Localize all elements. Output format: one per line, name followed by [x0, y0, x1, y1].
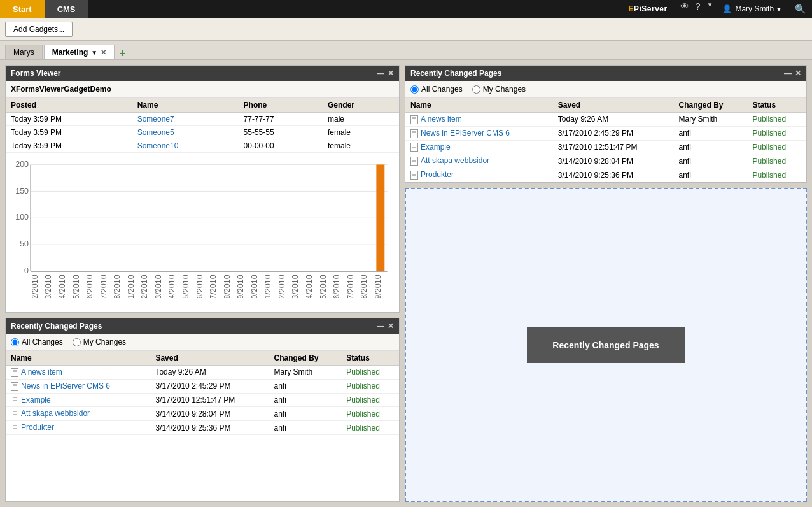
cell-name[interactable]: Example — [405, 140, 553, 154]
tab-marys[interactable]: Marys — [5, 45, 43, 59]
left-column: Forms Viewer — ✕ XFormsViewerGadgetDemo … — [5, 65, 400, 502]
username-label: Mary Smith — [735, 4, 774, 13]
table-row: Today 3:59 PM Someone10 00-00-00 female — [6, 139, 399, 153]
cell-phone: 55-55-55 — [239, 126, 323, 139]
rct-col-status: Status — [747, 98, 806, 113]
table-row: Att skapa webbsidor 3/14/2010 9:28:04 PM… — [405, 154, 806, 168]
cell-changedby: anfi — [269, 407, 341, 421]
svg-text:3/2/2010: 3/2/2010 — [140, 275, 149, 298]
cell-status: Published — [747, 154, 806, 168]
cell-name[interactable]: Produkter — [405, 168, 553, 182]
rcb-col-saved: Saved — [150, 351, 269, 366]
recently-changed-bottom-minimize-btn[interactable]: — — [377, 322, 384, 331]
svg-text:3/8/2010: 3/8/2010 — [223, 275, 232, 298]
recently-changed-bottom-panel: Recently Changed Pages — ✕ All Changes M… — [5, 318, 400, 502]
recently-changed-top-panel: Recently Changed Pages — ✕ All Changes M… — [405, 65, 807, 183]
rcb-col-name: Name — [6, 351, 150, 366]
tab-marketing-dropdown-icon[interactable]: ▼ — [91, 49, 97, 56]
forms-viewer-header: Forms Viewer — ✕ — [6, 66, 399, 81]
forms-viewer-demo-label: XFormsViewerGadgetDemo — [6, 81, 399, 98]
svg-text:3/11/2010: 3/11/2010 — [263, 275, 272, 298]
cell-name[interactable]: News in EPiServer CMS 6 — [405, 126, 553, 140]
forms-viewer-minimize-btn[interactable]: — — [377, 69, 384, 78]
radio-all-changes-top[interactable]: All Changes — [410, 85, 463, 94]
add-tab-button[interactable]: + — [116, 48, 129, 59]
col-phone: Phone — [239, 98, 323, 113]
svg-text:3/17/2010: 3/17/2010 — [346, 275, 355, 298]
search-icon[interactable]: 🔍 — [788, 0, 812, 18]
forms-viewer-title: Forms Viewer — [11, 69, 374, 78]
radio-my-changes-top[interactable]: My Changes — [472, 85, 526, 94]
add-gadgets-button[interactable]: Add Gadgets... — [5, 22, 73, 37]
rct-col-name: Name — [405, 98, 553, 113]
svg-text:3/19/2010: 3/19/2010 — [374, 275, 382, 298]
help-dropdown-icon[interactable]: ▼ — [704, 0, 717, 18]
svg-text:3/3/2010: 3/3/2010 — [154, 275, 163, 298]
svg-text:0: 0 — [24, 266, 29, 275]
radio-all-input-top[interactable] — [410, 85, 419, 94]
cell-name[interactable]: A news item — [405, 113, 553, 127]
svg-text:200: 200 — [15, 160, 29, 169]
cell-name[interactable]: Att skapa webbsidor — [6, 407, 150, 421]
svg-text:3/4/2010: 3/4/2010 — [168, 275, 177, 298]
help-icon[interactable]: ? — [692, 0, 704, 18]
rct-col-saved: Saved — [553, 98, 674, 113]
cell-saved: 3/17/2010 12:51:47 PM — [150, 393, 269, 407]
cell-saved: 3/14/2010 9:28:04 PM — [553, 154, 674, 168]
radio-my-changes-bottom[interactable]: My Changes — [73, 338, 126, 346]
svg-text:2/22/2010: 2/22/2010 — [31, 275, 39, 298]
cell-changedby: anfi — [673, 126, 747, 140]
start-tab[interactable]: Start — [0, 0, 45, 18]
tab-marketing[interactable]: Marketing ▼ ✕ — [44, 45, 115, 59]
svg-text:2/25/2010: 2/25/2010 — [72, 275, 81, 298]
radio-my-input-bottom[interactable] — [73, 338, 81, 346]
svg-text:3/15/2010: 3/15/2010 — [319, 275, 328, 298]
table-row: Today 3:59 PM Someone7 77-77-77 male — [6, 113, 399, 126]
col-name: Name — [132, 98, 239, 113]
cms-tab[interactable]: CMS — [45, 0, 88, 18]
table-row: Example 3/17/2010 12:51:47 PM anfi Publi… — [405, 140, 806, 154]
radio-my-label-bottom: My Changes — [83, 338, 126, 346]
recently-changed-top-header: Recently Changed Pages — ✕ — [405, 66, 806, 81]
cell-saved: 3/14/2010 9:25:36 PM — [150, 421, 269, 435]
recently-changed-top-radio-row: All Changes My Changes — [405, 81, 806, 98]
recently-changed-top-table: Name Saved Changed By Status A news item… — [405, 98, 806, 182]
cell-saved: 3/17/2010 2:45:29 PM — [150, 379, 269, 393]
cell-name[interactable]: Someone5 — [132, 126, 239, 139]
rct-col-changedby: Changed By — [673, 98, 747, 113]
cell-phone: 77-77-77 — [239, 113, 323, 126]
cell-changedby: Mary Smith — [673, 113, 747, 127]
cell-name[interactable]: Att skapa webbsidor — [405, 154, 553, 168]
rcb-col-status: Status — [341, 351, 399, 366]
cell-name[interactable]: A news item — [6, 366, 150, 380]
forms-viewer-close-btn[interactable]: ✕ — [388, 69, 394, 78]
svg-text:2/27/2010: 2/27/2010 — [99, 275, 108, 298]
radio-all-input-bottom[interactable] — [11, 338, 19, 346]
table-row: Today 3:59 PM Someone5 55-55-55 female — [6, 126, 399, 139]
cell-name[interactable]: Someone7 — [132, 113, 239, 126]
cell-name[interactable]: Example — [6, 393, 150, 407]
forms-chart: 0501001502002/22/20102/23/20102/24/20102… — [6, 153, 399, 312]
svg-text:3/5/2010: 3/5/2010 — [181, 275, 190, 298]
cell-saved: 3/14/2010 9:25:36 PM — [553, 168, 674, 182]
cell-status: Published — [747, 140, 806, 154]
user-menu[interactable]: 👤 Mary Smith ▼ — [716, 0, 788, 18]
recently-changed-top-minimize-btn[interactable]: — — [784, 69, 792, 78]
radio-all-changes-bottom[interactable]: All Changes — [11, 338, 63, 346]
svg-text:3/9/2010: 3/9/2010 — [236, 275, 245, 298]
tab-marys-label: Marys — [13, 48, 34, 57]
cell-name[interactable]: News in EPiServer CMS 6 — [6, 379, 150, 393]
recently-changed-bottom-close-btn[interactable]: ✕ — [388, 322, 394, 331]
svg-text:2/23/2010: 2/23/2010 — [45, 275, 53, 298]
radio-my-input-top[interactable] — [472, 85, 480, 94]
cell-saved: Today 9:26 AM — [553, 113, 674, 127]
tab-marketing-close-icon[interactable]: ✕ — [101, 48, 106, 57]
recently-changed-top-close-btn[interactable]: ✕ — [795, 69, 801, 78]
svg-text:2/24/2010: 2/24/2010 — [58, 275, 67, 298]
cell-changedby: anfi — [673, 168, 747, 182]
cell-name[interactable]: Produkter — [6, 421, 150, 435]
eye-icon[interactable]: 👁 — [677, 0, 692, 18]
cell-name[interactable]: Someone10 — [132, 139, 239, 153]
table-row: Example 3/17/2010 12:51:47 PM anfi Publi… — [6, 393, 399, 407]
forms-viewer-panel: Forms Viewer — ✕ XFormsViewerGadgetDemo … — [5, 65, 400, 313]
